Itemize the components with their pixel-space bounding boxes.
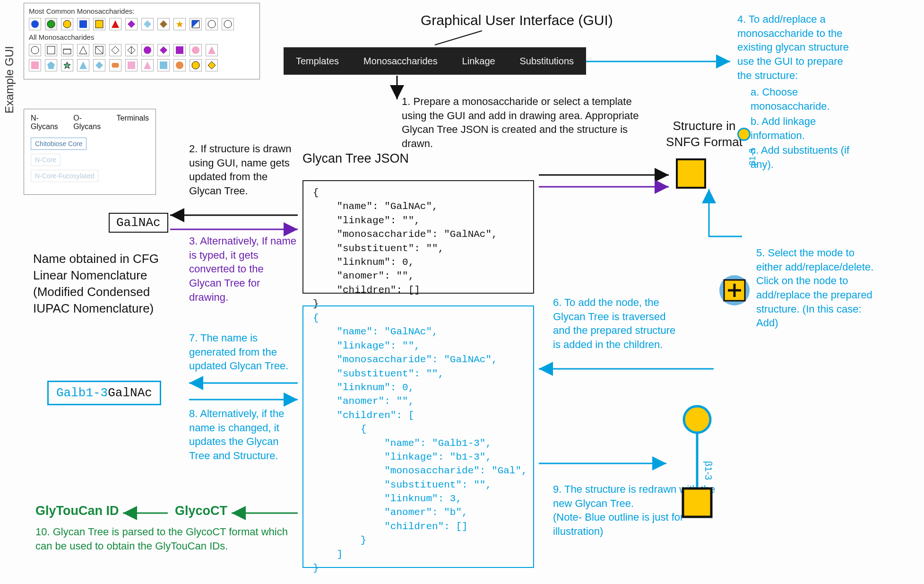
glycoct-label: GlycoCT (175, 504, 227, 518)
mono-symbol[interactable] (109, 18, 121, 30)
mono-symbol[interactable] (93, 18, 105, 30)
svg-marker-31 (64, 62, 70, 69)
svg-marker-9 (176, 21, 183, 27)
svg-point-12 (208, 20, 216, 28)
mono-symbol[interactable] (61, 44, 73, 56)
svg-text:β1-3: β1-3 (703, 461, 714, 480)
galnac-name-box: GalNAc (109, 213, 168, 233)
mono-symbol[interactable] (77, 44, 89, 56)
svg-marker-36 (144, 61, 151, 69)
svg-marker-33 (95, 61, 103, 69)
step4-linkage-label: β1-3 (748, 148, 758, 166)
mono-symbol[interactable] (45, 44, 57, 56)
mono-symbol[interactable] (157, 44, 170, 56)
mono-symbol[interactable] (45, 59, 57, 71)
mono-symbol[interactable] (206, 44, 218, 56)
updated-name-box: Galb1-3GalNAc (47, 381, 161, 405)
mono-symbol[interactable] (173, 44, 186, 56)
mono-symbol[interactable] (125, 44, 138, 56)
step2-text: 2. If structure is drawn using GUI, name… (189, 142, 298, 198)
mono-symbol[interactable] (190, 44, 202, 56)
mono-symbol[interactable] (109, 44, 121, 56)
tab-terminals[interactable]: Terminals (117, 114, 149, 131)
mono-symbol[interactable] (61, 18, 73, 30)
mono-symbol[interactable] (141, 18, 154, 30)
tab-n-glycans[interactable]: N-Glycans (31, 114, 63, 131)
mono-symbol[interactable] (93, 59, 105, 71)
mono-symbol[interactable] (45, 18, 57, 30)
mono-symbol[interactable] (141, 59, 154, 71)
mono-symbol[interactable] (190, 59, 202, 71)
monosaccharide-palette-panel: Most Common Monosaccharides: All Monosac… (24, 3, 260, 79)
menu-templates[interactable]: Templates (296, 56, 339, 67)
cfg-name-description: Name obtained in CFG Linear Nomenclature… (33, 251, 165, 317)
templates-tabs: N-Glycans O-Glycans Terminals (31, 114, 149, 131)
panel1-heading1: Most Common Monosaccharides: (29, 7, 255, 15)
json-box2: { "name": "GalNAc", "linkage": "", "mono… (302, 305, 534, 568)
svg-point-13 (224, 20, 232, 28)
svg-rect-16 (63, 49, 71, 54)
svg-marker-6 (128, 20, 135, 28)
add-node-button[interactable] (718, 274, 751, 306)
mono-symbol[interactable] (141, 44, 154, 56)
mono-symbol[interactable] (222, 18, 234, 30)
mono-symbol[interactable] (109, 59, 121, 71)
mono-symbol[interactable] (157, 18, 170, 30)
svg-marker-32 (79, 61, 87, 69)
svg-rect-37 (160, 61, 167, 69)
svg-point-0 (31, 20, 39, 28)
gui-title: Graphical User Interface (GUI) (421, 12, 613, 28)
menu-monosaccharides[interactable]: Monosaccharides (363, 56, 438, 67)
svg-point-24 (144, 46, 151, 54)
step4b: b. Add linkage information. (751, 114, 860, 142)
svg-marker-40 (208, 61, 216, 69)
svg-marker-18 (79, 46, 87, 54)
mono-symbol[interactable] (125, 18, 138, 30)
chip-n-core-fucosylated[interactable]: N-Core-Fucosylated (31, 170, 98, 182)
svg-rect-3 (79, 20, 87, 28)
chip-n-core[interactable]: N-Core (31, 154, 60, 166)
mono-symbol[interactable] (29, 18, 41, 30)
mono-symbol[interactable] (173, 18, 186, 30)
svg-marker-7 (144, 20, 151, 28)
menu-substitutions[interactable]: Substitutions (520, 56, 574, 67)
mono-symbol[interactable] (77, 18, 89, 30)
tab-o-glycans[interactable]: O-Glycans (73, 114, 106, 131)
svg-marker-8 (160, 20, 167, 28)
step5-text: 5. Select the mode to either add/replace… (756, 246, 879, 330)
mono-symbol[interactable] (206, 18, 218, 30)
mono-symbol[interactable] (93, 44, 105, 56)
mono-symbol[interactable] (29, 44, 41, 56)
step4c: c. Add substituents (if any). (751, 143, 860, 171)
step10-text: 10. Glycan Tree is parsed to the GlycoCT… (35, 525, 300, 553)
svg-point-14 (31, 46, 39, 54)
svg-rect-29 (31, 61, 39, 69)
example-gui-label: Example GUI (3, 46, 16, 113)
chip-chitobiose-core[interactable]: Chitobiose Core (31, 138, 86, 150)
step8-text: 8. Alternatively, if the name is changed… (189, 407, 298, 463)
mono-symbol[interactable] (157, 59, 170, 71)
mono-symbol[interactable] (77, 59, 89, 71)
step1-text: 1. Prepare a monosaccharide or select a … (402, 95, 648, 151)
gui-menubar: Templates Monosaccharides Linkage Substi… (284, 47, 586, 75)
svg-point-2 (63, 20, 71, 28)
all-monosaccharide-row2 (29, 59, 255, 71)
step4a: a. Choose monosaccharide. (751, 85, 860, 113)
mono-symbol[interactable] (125, 59, 138, 71)
mono-symbol[interactable] (190, 18, 202, 30)
galb-blue-part: Galb1-3 (56, 386, 108, 400)
mono-symbol[interactable] (29, 59, 41, 71)
svg-marker-11 (192, 20, 199, 28)
svg-marker-34 (112, 63, 119, 68)
svg-point-27 (192, 46, 199, 54)
panel1-heading2: All Monosaccharides (29, 33, 255, 41)
svg-marker-30 (47, 61, 55, 69)
step4-monosaccharide-circle (737, 128, 751, 141)
svg-rect-4 (95, 20, 103, 28)
svg-rect-35 (128, 61, 135, 69)
mono-symbol[interactable] (173, 59, 186, 71)
menu-linkage[interactable]: Linkage (462, 56, 495, 67)
galb-black-part: GalNAc (108, 386, 152, 400)
mono-symbol[interactable] (61, 59, 73, 71)
mono-symbol[interactable] (206, 59, 218, 71)
